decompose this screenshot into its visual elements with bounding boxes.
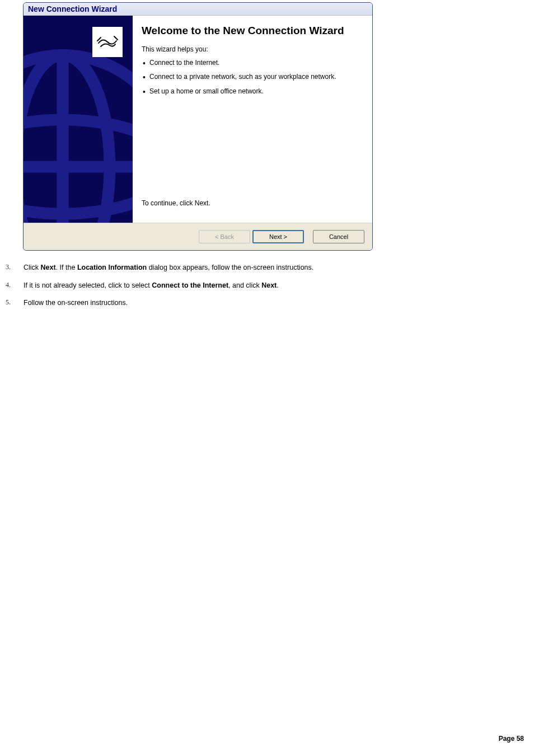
wizard-heading: Welcome to the New Connection Wizard bbox=[142, 25, 361, 37]
svg-point-0 bbox=[24, 55, 133, 223]
back-button: < Back bbox=[199, 230, 250, 243]
wizard-dialog: New Connection Wizard bbox=[23, 2, 373, 251]
wizard-bullet-list: Connect to the Internet. Connect to a pr… bbox=[142, 59, 361, 102]
cancel-button[interactable]: Cancel bbox=[313, 230, 364, 243]
wizard-bullet-item: Connect to the Internet. bbox=[142, 59, 361, 68]
step-text: Follow the on-screen instructions. bbox=[24, 298, 534, 308]
page-number: Page 58 bbox=[499, 735, 524, 743]
wizard-content: Welcome to the New Connection Wizard Thi… bbox=[133, 16, 372, 223]
wizard-titlebar: New Connection Wizard bbox=[24, 3, 372, 16]
wizard-side-graphic bbox=[24, 16, 133, 223]
step-number: 3. bbox=[6, 263, 24, 273]
next-button[interactable]: Next > bbox=[252, 230, 304, 243]
wizard-footer: < BackNext >Cancel bbox=[24, 223, 372, 250]
wizard-bullet-item: Set up a home or small office network. bbox=[142, 87, 361, 96]
step-number: 4. bbox=[6, 281, 24, 291]
handshake-icon bbox=[92, 27, 123, 57]
instruction-list: 3. Click Next. If the Location Informati… bbox=[6, 263, 534, 308]
wizard-intro: This wizard helps you: bbox=[142, 45, 361, 53]
globe-wireframe-icon bbox=[24, 49, 133, 223]
step-text: Click Next. If the Location Information … bbox=[24, 263, 534, 273]
wizard-continue-text: To continue, click Next. bbox=[142, 199, 361, 207]
step-text: If it is not already selected, click to … bbox=[24, 281, 534, 291]
wizard-bullet-item: Connect to a private network, such as yo… bbox=[142, 73, 361, 82]
step-number: 5. bbox=[6, 298, 24, 308]
wizard-title-text: New Connection Wizard bbox=[28, 4, 117, 13]
list-item: 4. If it is not already selected, click … bbox=[6, 281, 534, 291]
wizard-body: Welcome to the New Connection Wizard Thi… bbox=[24, 16, 372, 223]
list-item: 5. Follow the on-screen instructions. bbox=[6, 298, 534, 308]
list-item: 3. Click Next. If the Location Informati… bbox=[6, 263, 534, 273]
